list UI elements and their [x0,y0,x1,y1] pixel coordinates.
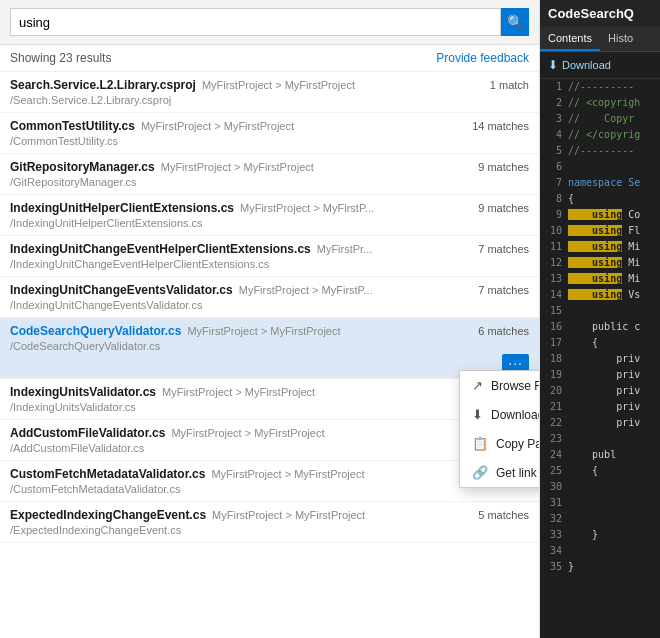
code-line: 4// </copyrig [540,127,660,143]
search-bar: 🔍 [0,0,539,45]
tab-contents[interactable]: Contents [540,27,600,51]
result-filename: Search.Service.L2.Library.csproj [10,78,196,92]
line-content: publ [568,447,616,463]
line-number: 1 [544,79,562,95]
result-path: MyFirstProject > MyFirstP... [240,202,374,214]
line-number: 32 [544,511,562,527]
result-filename: AddCustomFileValidator.cs [10,426,165,440]
context-menu: ↗Browse File⬇Download📋Copy Path🔗Get link… [459,370,539,488]
result-matches: 5 matches [468,509,529,521]
line-number: 8 [544,191,562,207]
code-line: 21 priv [540,399,660,415]
download-button[interactable]: ⬇ Download [540,52,660,79]
line-number: 12 [544,255,562,271]
result-filename: IndexingUnitHelperClientExtensions.cs [10,201,234,215]
line-number: 14 [544,287,562,303]
context-menu-label: Get link to File [496,466,539,480]
line-content: priv [568,399,640,415]
code-line: 13 using Mi [540,271,660,287]
code-line: 35} [540,559,660,575]
result-filename: CommonTestUtility.cs [10,119,135,133]
result-item[interactable]: Search.Service.L2.Library.csprojMyFirstP… [0,72,539,113]
line-content: priv [568,383,640,399]
result-item[interactable]: GitRepositoryManager.csMyFirstProject > … [0,154,539,195]
code-line: 8{ [540,191,660,207]
code-line: 5//--------- [540,143,660,159]
line-number: 9 [544,207,562,223]
line-number: 5 [544,143,562,159]
line-number: 6 [544,159,562,175]
result-item-header: IndexingUnitChangeEventsValidator.csMyFi… [10,283,529,297]
search-button[interactable]: 🔍 [501,8,529,36]
result-item-header: GitRepositoryManager.csMyFirstProject > … [10,160,529,174]
line-number: 31 [544,495,562,511]
context-menu-item[interactable]: ↗Browse File [460,371,539,400]
result-item-header: ExpectedIndexingChangeEvent.csMyFirstPro… [10,508,529,522]
result-path: MyFirstProject > MyFirstProject [212,509,365,521]
line-number: 3 [544,111,562,127]
panel-title: CodeSearchQ [548,6,634,21]
line-content: //--------- [568,79,634,95]
code-line: 6 [540,159,660,175]
result-item[interactable]: IndexingUnitHelperClientExtensions.csMyF… [0,195,539,236]
result-item-header: CodeSearchQueryValidator.csMyFirstProjec… [10,324,529,338]
context-menu-label: Download [491,408,539,422]
line-content: using Mi [568,239,640,255]
result-path: MyFirstProject > MyFirstProject [211,468,364,480]
code-line: 34 [540,543,660,559]
search-input[interactable] [10,8,501,36]
result-filepath: /IndexingUnitChangeEventsValidator.cs [10,299,529,311]
line-content: // </copyrig [568,127,640,143]
result-filename: ExpectedIndexingChangeEvent.cs [10,508,206,522]
code-line: 25 { [540,463,660,479]
result-item[interactable]: CodeSearchQueryValidator.csMyFirstProjec… [0,318,539,379]
tab-history[interactable]: Histo [600,27,641,51]
line-number: 2 [544,95,562,111]
line-number: 18 [544,351,562,367]
line-number: 10 [544,223,562,239]
result-filepath: /Search.Service.L2.Library.csproj [10,94,529,106]
code-line: 18 priv [540,351,660,367]
result-filename: CodeSearchQueryValidator.cs [10,324,181,338]
code-line: 20 priv [540,383,660,399]
code-line: 33 } [540,527,660,543]
result-item[interactable]: IndexingUnitChangeEventHelperClientExten… [0,236,539,277]
line-content: // <copyrigh [568,95,640,111]
result-item-header: IndexingUnitHelperClientExtensions.csMyF… [10,201,529,215]
result-path: MyFirstProject > MyFirstProject [161,161,314,173]
result-item[interactable]: CommonTestUtility.csMyFirstProject > MyF… [0,113,539,154]
line-content: using Fl [568,223,640,239]
line-number: 35 [544,559,562,575]
download-icon: ⬇ [548,58,558,72]
result-path: MyFirstProject > MyFirstProject [171,427,324,439]
line-number: 11 [544,239,562,255]
code-line: 12 using Mi [540,255,660,271]
result-matches: 6 matches [468,325,529,337]
results-count: Showing 23 results [10,51,111,65]
result-item[interactable]: IndexingUnitChangeEventsValidator.csMyFi… [0,277,539,318]
code-line: 15 [540,303,660,319]
line-number: 33 [544,527,562,543]
results-list: Search.Service.L2.Library.csprojMyFirstP… [0,72,539,638]
line-content: public c [568,319,640,335]
line-content: { [568,191,574,207]
right-panel: CodeSearchQ Contents Histo ⬇ Download 1/… [540,0,660,638]
result-filepath: /AddCustomFileValidator.cs [10,442,529,454]
result-filepath: /CommonTestUtility.cs [10,135,529,147]
result-matches: 14 matches [462,120,529,132]
result-path: MyFirstProject > MyFirstProject [187,325,340,337]
context-menu-item[interactable]: 🔗Get link to File [460,458,539,487]
provide-feedback-link[interactable]: Provide feedback [436,51,529,65]
context-menu-item[interactable]: ⬇Download [460,400,539,429]
result-filepath: /CustomFetchMetadataValidator.cs [10,483,529,495]
result-filename: IndexingUnitChangeEventsValidator.cs [10,283,233,297]
result-filename: IndexingUnitChangeEventHelperClientExten… [10,242,311,256]
context-menu-label: Browse File [491,379,539,393]
download-label: Download [562,59,611,71]
code-line: 9 using Co [540,207,660,223]
result-item[interactable]: ExpectedIndexingChangeEvent.csMyFirstPro… [0,502,539,543]
context-menu-icon: 📋 [472,436,488,451]
result-path: MyFirstPr... [317,243,373,255]
context-menu-item[interactable]: 📋Copy Path [460,429,539,458]
result-filepath: /ExpectedIndexingChangeEvent.cs [10,524,529,536]
